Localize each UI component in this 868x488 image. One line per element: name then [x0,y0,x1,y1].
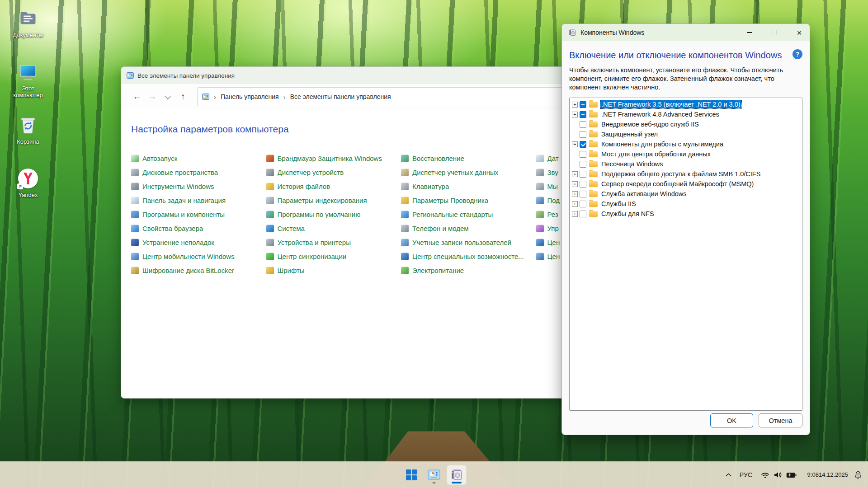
expand-plus-icon[interactable]: + [572,191,578,197]
folder-icon [589,102,598,108]
control-panel-item[interactable]: Диспетчер учетных данных [401,168,536,177]
expand-plus-icon[interactable]: + [572,201,578,207]
feature-row[interactable]: +Службы для NFS [570,209,802,219]
feature-checkbox-checked[interactable] [580,141,586,148]
features-tree-list[interactable]: +.NET Framework 3.5 (включает .NET 2.0 и… [569,98,802,411]
control-panel-item[interactable]: Автозапуск [131,154,266,163]
feature-row[interactable]: +Сервер очереди сообщений Майкрософт (MS… [570,179,802,189]
desktop-icon-recycle-bin[interactable]: Корзина [6,114,50,159]
cancel-button[interactable]: Отмена [759,413,802,427]
expand-plus-icon[interactable]: + [572,102,578,108]
feature-checkbox-unchecked[interactable] [580,171,586,178]
control-panel-item[interactable]: Брандмауэр Защитника Windows [266,154,401,163]
expand-plus-icon[interactable]: + [572,211,578,217]
device-manager-icon [266,169,274,176]
feature-checkbox-unchecked[interactable] [580,151,586,158]
feature-checkbox-unchecked[interactable] [580,201,586,207]
notifications-button[interactable]: z [854,466,863,484]
desktop-icon-documents[interactable]: Документы [6,7,50,52]
feature-row[interactable]: +Служба активации Windows [570,189,802,199]
feature-row[interactable]: Мост для центра обработки данных [570,149,802,159]
feature-row[interactable]: Защищенный узел [570,129,802,139]
close-button[interactable]: × [789,24,810,41]
back-button[interactable]: ← [129,89,145,104]
feature-row[interactable]: +Поддержка общего доступа к файлам SMB 1… [570,169,802,179]
start-button[interactable] [401,465,421,485]
taskbar: РУС 9:08 14.12.2025 [0,461,868,488]
feature-checkbox-unchecked[interactable] [580,161,586,168]
control-panel-item[interactable]: Программы по умолчанию [266,210,401,219]
feature-row[interactable]: +.NET Framework 3.5 (включает .NET 2.0 и… [570,99,802,109]
feature-row[interactable]: Песочница Windows [570,159,802,169]
control-panel-item[interactable]: История файлов [266,182,401,191]
control-panel-item[interactable]: Шрифты [266,266,401,275]
control-panel-item[interactable]: Региональные стандарты [401,210,536,219]
yandex-glyph [18,167,38,190]
control-panel-item[interactable]: Восстановление [401,154,536,163]
breadcrumb-item[interactable]: Панель управления [221,93,279,100]
feature-row[interactable]: +Компоненты для работы с мультимедиа [570,139,802,149]
minimize-button[interactable] [739,24,760,41]
forward-button[interactable]: → [145,89,160,104]
hidden-icons-button[interactable] [722,466,735,484]
control-panel-item[interactable]: Электропитание [401,266,536,275]
feature-checkbox-indeterminate[interactable] [580,101,586,108]
clock[interactable]: 9:08 14.12.2025 [806,466,850,484]
tray-time: 9:08 [807,471,819,479]
feature-checkbox-unchecked[interactable] [580,211,586,217]
taskbar-app-buttons [401,462,467,488]
control-panel-item[interactable]: Диспетчер устройств [266,168,401,177]
this-pc-glyph [18,61,38,83]
feature-checkbox-unchecked[interactable] [580,121,586,128]
feature-row[interactable]: +Службы IIS [570,199,802,209]
control-panel-item-label: Устройства и принтеры [278,239,351,246]
ok-button[interactable]: OK [710,413,753,427]
language-indicator[interactable]: РУС [735,466,757,484]
feature-checkbox-indeterminate[interactable] [580,111,586,118]
control-panel-item[interactable]: Программы и компоненты [131,210,266,219]
dialog-titlebar[interactable]: Компоненты Windows × [562,24,810,41]
running-indicator [433,482,436,483]
control-panel-item[interactable]: Шифрование диска BitLocker [131,266,266,275]
help-button[interactable]: ? [793,49,802,59]
control-panel-item[interactable]: Центр мобильности Windows [131,252,266,261]
phone-modem-icon [401,225,409,232]
expand-plus-icon[interactable]: + [572,171,578,177]
documents-folder-icon [18,9,38,28]
feature-checkbox-unchecked[interactable] [580,181,586,188]
recent-locations-button[interactable] [160,89,175,104]
up-button[interactable]: ↑ [175,89,191,104]
control-panel-item[interactable]: Клавиатура [401,182,536,191]
taskbar-control-panel-button[interactable] [424,465,444,485]
control-panel-item[interactable]: Устранение неполадок [131,238,266,247]
control-panel-item-label: Зву [547,169,558,176]
control-panel-item[interactable]: Телефон и модем [401,224,536,233]
control-panel-item[interactable]: Дисковые пространства [131,168,266,177]
expand-plus-icon[interactable]: + [572,112,578,117]
control-panel-item[interactable]: Параметры индексирования [266,196,401,205]
control-panel-item[interactable]: Центр синхронизации [266,252,401,261]
expand-plus-icon[interactable]: + [572,181,578,187]
control-panel-item[interactable]: Свойства браузера [131,224,266,233]
feature-row[interactable]: Внедряемое веб-ядро служб IIS [570,119,802,129]
control-panel-item[interactable]: Система [266,224,401,233]
desktop-icon-this-pc[interactable]: Этот компьютер [6,61,50,106]
feature-checkbox-unchecked[interactable] [580,131,586,138]
maximize-button[interactable] [764,24,785,41]
expand-plus-icon[interactable]: + [572,141,578,147]
desktop-icon-yandex[interactable]: Yandex [6,167,50,212]
windows-features-dialog: Компоненты Windows × Включение или отклю… [561,23,810,435]
control-panel-item[interactable]: Центр специальных возможносте... [401,252,536,261]
control-panel-item[interactable]: Параметры Проводника [401,196,536,205]
quick-settings-button[interactable] [757,466,800,484]
documents-glyph [18,7,38,30]
taskbar-windows-features-button[interactable] [447,465,467,485]
control-panel-item[interactable]: Учетные записи пользователей [401,238,536,247]
control-panel-item[interactable]: Панель задач и навигация [131,196,266,205]
active-indicator [452,482,462,483]
control-panel-item[interactable]: Устройства и принтеры [266,238,401,247]
feature-row[interactable]: +.NET Framework 4.8 Advanced Services [570,109,802,119]
control-panel-item[interactable]: Инструменты Windows [131,182,266,191]
breadcrumb-item[interactable]: Все элементы панели управления [290,93,391,100]
feature-checkbox-unchecked[interactable] [580,191,586,197]
